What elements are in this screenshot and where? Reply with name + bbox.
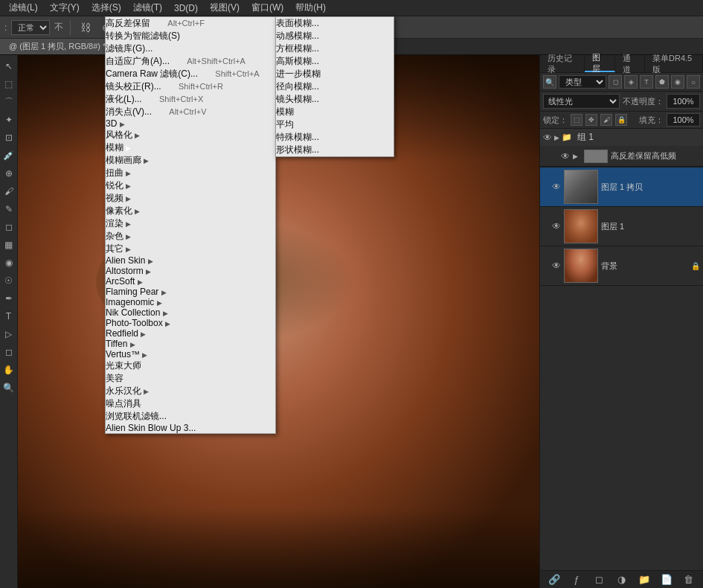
filter-menu-item-phototoolbox[interactable]: Photo-Toolbox ▶ xyxy=(106,318,275,328)
filter-menu-item-yongle[interactable]: 永乐汉化 ▶ xyxy=(106,385,275,397)
pen-tool[interactable]: ✒ xyxy=(1,290,17,307)
filter-menu-item-gallery[interactable]: 滤镜库(G)... xyxy=(106,42,275,55)
blur-basic[interactable]: 模糊 xyxy=(276,106,394,118)
filter-smart-icon[interactable]: ◉ xyxy=(671,75,684,89)
lock-move-icon[interactable]: ✥ xyxy=(585,114,597,126)
filter-menu-item-alienskinblowup[interactable]: Alien Skin Blow Up 3... xyxy=(106,423,275,433)
filter-adjust-icon[interactable]: ◈ xyxy=(624,75,638,89)
filter-menu-item-distort[interactable]: 扭曲 ▶ xyxy=(106,167,275,179)
filter-shape-icon[interactable]: ⬟ xyxy=(655,75,669,89)
new-layer-btn[interactable]: 📄 xyxy=(658,573,675,587)
add-mask-btn[interactable]: ◻ xyxy=(591,573,607,587)
blur-average[interactable]: 平均 xyxy=(276,118,394,131)
dodge-tool[interactable]: ☉ xyxy=(1,272,17,289)
filter-menu-item-alienskin[interactable]: Alien Skin ▶ xyxy=(106,255,275,266)
filter-menu-item-browse[interactable]: 浏览联机滤镜... xyxy=(106,410,275,423)
layer-vis-icon-1[interactable]: 👁 xyxy=(552,221,561,231)
marquee-tool[interactable]: ⬚ xyxy=(1,76,17,92)
fill-input[interactable] xyxy=(667,113,700,127)
eyedropper-tool[interactable]: 💉 xyxy=(1,147,17,164)
blend-mode-select[interactable]: 正常 xyxy=(11,20,50,35)
filter-menu-item-3d[interactable]: 3D ▶ xyxy=(106,118,275,129)
tab-history[interactable]: 历史记录 xyxy=(540,55,585,72)
blur-lens[interactable]: 镜头模糊... xyxy=(276,93,394,106)
filter-menu-item-redfield[interactable]: Redfield ▶ xyxy=(106,328,275,339)
blur-shape[interactable]: 形状模糊... xyxy=(276,144,394,156)
tab-layers[interactable]: 图层 xyxy=(585,55,615,72)
heal-tool[interactable]: ⊕ xyxy=(1,165,17,182)
eraser-tool[interactable]: ◻ xyxy=(1,219,17,235)
blur-radial[interactable]: 径向模糊... xyxy=(276,80,394,93)
filter-menu-item-noise[interactable]: 杂色 ▶ xyxy=(106,230,275,243)
filter-menu-item-smartfilter[interactable]: 转换为智能滤镜(S) xyxy=(106,30,275,42)
lock-brush-icon[interactable]: 🖌 xyxy=(600,114,612,126)
layer-mode-select[interactable]: 线性光 xyxy=(543,94,620,109)
layer-vis-icon-copy[interactable]: 👁 xyxy=(552,182,561,192)
blur-gaussian[interactable]: 高斯模糊... xyxy=(276,55,394,68)
menu-text[interactable]: 文字(Y) xyxy=(44,0,86,16)
blur-further[interactable]: 进一步模糊 xyxy=(276,68,394,80)
filter-menu-item-stylize[interactable]: 风格化 ▶ xyxy=(106,129,275,141)
filter-menu-item-vertus[interactable]: Vertus™ ▶ xyxy=(106,349,275,359)
filter-menu-item-flamingpear[interactable]: Flaming Pear ▶ xyxy=(106,287,275,297)
tab-channels[interactable]: 通道 xyxy=(615,55,646,72)
path-select-tool[interactable]: ▷ xyxy=(1,326,17,342)
magic-wand-tool[interactable]: ✦ xyxy=(1,112,17,128)
group-eye-icon[interactable]: 👁 xyxy=(543,132,552,143)
layer-item-1[interactable]: 👁 图层 1 xyxy=(540,207,703,246)
blur-box[interactable]: 方框模糊... xyxy=(276,42,394,55)
filter-menu-item-tiffen[interactable]: Tiffen ▶ xyxy=(106,339,275,349)
filter-text-icon[interactable]: T xyxy=(640,75,653,89)
filter-toggle[interactable]: ○ xyxy=(687,75,700,89)
filter-menu-item-other[interactable]: 其它 ▶ xyxy=(106,243,275,255)
shape-tool[interactable]: ◻ xyxy=(1,344,17,360)
filter-menu-item-imagenomic[interactable]: Imagenomic ▶ xyxy=(106,297,275,307)
filter-menu-item-altostorm[interactable]: Altostorm ▶ xyxy=(106,266,275,276)
filter-menu-item-liquify[interactable]: 液化(L)... Shift+Ctrl+X xyxy=(106,93,275,106)
blur-motion[interactable]: 动感模糊... xyxy=(276,30,394,42)
filter-menu-item-lightbeam[interactable]: 光束大师 xyxy=(106,359,275,372)
crop-tool[interactable]: ⊡ xyxy=(1,130,17,146)
filter-menu-item-pixelate[interactable]: 像素化 ▶ xyxy=(106,205,275,217)
filter-menu-item-highpass[interactable]: 高反差保留 Alt+Ctrl+F xyxy=(106,17,275,30)
filter-menu-item-render[interactable]: 渲染 ▶ xyxy=(106,217,275,230)
filter-menu-item-sharpen[interactable]: 锐化 ▶ xyxy=(106,179,275,192)
brush-tool[interactable]: 🖌 xyxy=(1,183,17,199)
filter-menu-item-nikcollection[interactable]: Nik Collection ▶ xyxy=(106,307,275,318)
layer-item-bg[interactable]: 👁 背景 🔒 xyxy=(540,246,703,286)
menu-view[interactable]: 视图(V) xyxy=(204,0,245,16)
search-icon[interactable]: 🔍 xyxy=(543,75,556,89)
layer-item-copy[interactable]: 👁 图层 1 拷贝 xyxy=(540,167,703,207)
menu-help[interactable]: 帮助(H) xyxy=(289,0,332,16)
filter-menu-item-blurgallery[interactable]: 模糊画廊 ▶ xyxy=(106,154,275,167)
delete-layer-btn[interactable]: 🗑 xyxy=(681,573,697,587)
menu-select[interactable]: 选择(S) xyxy=(86,0,127,16)
blur-surface[interactable]: 表面模糊... xyxy=(276,17,394,30)
add-style-btn[interactable]: ƒ xyxy=(568,573,585,587)
lock-all-icon[interactable]: 🔒 xyxy=(615,114,627,126)
filter-menu-item-lenscorrect[interactable]: 镜头校正(R)... Shift+Ctrl+R xyxy=(106,80,275,93)
gradient-tool[interactable]: ▦ xyxy=(1,237,17,253)
zoom-tool[interactable]: 🔍 xyxy=(1,380,17,396)
menu-window[interactable]: 窗口(W) xyxy=(245,0,289,16)
layer-vis-icon-bg[interactable]: 👁 xyxy=(552,261,561,271)
menu-3d[interactable]: 3D(D) xyxy=(168,1,204,15)
new-group-btn[interactable]: 📁 xyxy=(636,573,652,587)
lasso-tool[interactable]: ⌒ xyxy=(1,94,17,110)
clone-tool[interactable]: ✎ xyxy=(1,201,17,217)
opacity-input[interactable] xyxy=(667,94,700,109)
menu-filter2[interactable]: 滤镜(T) xyxy=(127,0,168,16)
link-layers-btn[interactable]: 🔗 xyxy=(546,573,562,587)
filter-menu-item-vanishpoint[interactable]: 消失点(V)... Alt+Ctrl+V xyxy=(106,106,275,118)
layer-group-header-1[interactable]: 👁 ▶ 📁 组 1 xyxy=(540,129,703,146)
filter-menu-item-cameraraw[interactable]: Camera Raw 滤镜(C)... Shift+Ctrl+A xyxy=(106,68,275,80)
menu-filter[interactable]: 滤镜(L) xyxy=(3,0,44,16)
group-expand-icon[interactable]: ▶ xyxy=(554,134,559,141)
filter-menu-item-arcsoft[interactable]: ArcSoft ▶ xyxy=(106,276,275,287)
layer-vis-icon[interactable]: 👁 xyxy=(561,151,570,162)
chain-icon[interactable]: ⛓ xyxy=(77,19,94,36)
blur-tool[interactable]: ◉ xyxy=(1,255,17,271)
filter-menu-item-adaptive[interactable]: 自适应广角(A)... Alt+Shift+Ctrl+A xyxy=(106,55,275,68)
layer-item-highfreq[interactable]: 👁 ▶ 高反差保留高低频 xyxy=(540,146,703,167)
tab-menu[interactable]: 菜单DR4.5版 xyxy=(645,55,703,72)
